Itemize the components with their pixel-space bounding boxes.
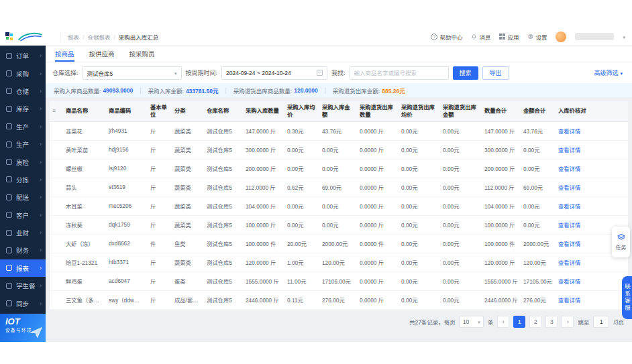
export-button[interactable]: 导出	[482, 66, 509, 80]
sidebar-item-采购[interactable]: 采购	[0, 64, 46, 82]
chevron-right-icon	[40, 194, 42, 200]
help-center-link[interactable]: ? 帮助中心	[431, 33, 462, 41]
page-size-unit: 条	[488, 318, 494, 326]
view-details-link[interactable]: 查看详情	[558, 128, 580, 135]
chevron-right-icon	[40, 88, 42, 95]
table-row: 黄叶菜苗hdj9156斤蔬菜类测试仓库5300.0000 斤0.00元0.00元…	[50, 140, 628, 159]
cell: 0.00元	[399, 140, 440, 159]
customer-service-tab[interactable]: 联系客服	[622, 276, 632, 319]
sidebar-item-订单[interactable]: 订单	[0, 47, 46, 64]
jump-page-input[interactable]	[593, 316, 609, 328]
view-details-link[interactable]: 查看详情	[558, 147, 580, 154]
sidebar-item-配送[interactable]: 配送	[0, 188, 46, 206]
search-field-box	[350, 66, 449, 80]
cell: mec5206	[106, 196, 148, 215]
data-table: 商品名称商品编码基本单位分类仓库名称采购入库数量采购入库均价采购入库金额采购退货…	[50, 101, 628, 310]
page-button-3[interactable]: 3	[545, 316, 558, 328]
sort-icon[interactable]	[52, 107, 56, 114]
prev-page-button[interactable]	[497, 316, 509, 328]
cell: dqk1759	[106, 215, 148, 234]
menu-icon	[6, 88, 12, 94]
settings-link[interactable]: ⚙ 设置	[528, 33, 547, 41]
summary-label: 采购退货出库金额:	[333, 86, 380, 95]
table-row: 木耳菜mec5206斤蔬菜类测试仓库5104.0000 斤0.00元0.00元0…	[50, 196, 628, 215]
cell: 120.0000 斤	[482, 253, 521, 271]
sidebar-item-报表[interactable]: 报表	[0, 259, 46, 277]
tab-按商品[interactable]: 按商品	[55, 46, 74, 62]
cell: 冻秋葵	[63, 215, 106, 234]
view-details-link[interactable]: 查看详情	[558, 166, 580, 172]
cell: 测试仓库5	[204, 140, 243, 159]
row-icon-cell	[50, 215, 63, 234]
cell: 件	[148, 234, 172, 253]
sidebar-item-库存[interactable]: 库存	[0, 100, 46, 117]
page-size-select[interactable]: 10	[460, 316, 484, 328]
row-icon-cell	[50, 140, 63, 159]
sidebar-item-同步[interactable]: 同步	[0, 294, 46, 312]
avatar[interactable]	[556, 32, 566, 42]
sidebar-item-仓储[interactable]: 仓储	[0, 82, 46, 100]
view-details-link[interactable]: 查看详情	[558, 259, 580, 266]
view-details-link[interactable]: 查看详情	[558, 278, 580, 285]
gear-icon: ⚙	[528, 34, 534, 40]
sidebar-item-财务[interactable]: 财务	[0, 241, 46, 259]
sidebar-item-分拣[interactable]: 分拣	[0, 171, 46, 188]
sidebar-item-业财[interactable]: 业财	[0, 224, 46, 241]
date-range-input[interactable]: 2024-09-24 ~ 2024-10-24	[221, 66, 327, 80]
cell: 0.00元	[440, 121, 482, 140]
table-row: 蒜头st3619斤蔬菜类测试仓库5112.0000 斤0.62元69.00元0.…	[50, 178, 628, 196]
view-details-link[interactable]: 查看详情	[558, 222, 580, 229]
messages-link[interactable]: 消息	[471, 33, 490, 41]
sidebar-item-label: 同步	[16, 299, 40, 308]
sidebar-item-生产[interactable]: 生产	[0, 118, 46, 135]
cell: 0.30元	[284, 121, 319, 140]
view-details-link[interactable]: 查看详情	[558, 297, 580, 304]
cell: 120.0000 斤	[243, 253, 284, 271]
task-widget[interactable]: 任务	[612, 227, 630, 257]
column-header: 商品编码	[106, 101, 148, 121]
cell: 测试仓库5	[204, 196, 243, 215]
chevron-down-icon[interactable]	[623, 34, 625, 40]
warehouse-select[interactable]: 测试仓库5	[83, 66, 182, 80]
view-details-link[interactable]: 查看详情	[558, 241, 580, 247]
page-button-2[interactable]: 2	[529, 316, 541, 328]
cell: 0.00元	[440, 290, 482, 309]
tab-按采购员[interactable]: 按采购员	[129, 46, 155, 62]
cell: 0.00元	[399, 215, 440, 234]
cell: 120.00元	[521, 253, 556, 271]
cell: 69.00元	[319, 178, 357, 196]
column-header: 金额合计	[521, 101, 556, 121]
cell: 0.00元	[319, 140, 357, 159]
search-input[interactable]	[354, 70, 444, 76]
breadcrumb-reports[interactable]: 报表	[68, 33, 87, 41]
cell: 0.00元	[440, 196, 482, 215]
chevron-down-icon	[478, 318, 480, 325]
cell: 0.62元	[284, 178, 319, 196]
table-row: 焙豆1-21321htb3371斤蔬菜类测试仓库5120.0000 斤1.00元…	[50, 253, 628, 271]
search-button[interactable]: 搜索	[453, 66, 478, 80]
warehouse-value: 测试仓库5	[87, 69, 113, 77]
next-page-button[interactable]	[562, 316, 574, 328]
summary-label: 采购入库金额:	[148, 86, 184, 95]
menu-icon	[6, 53, 12, 59]
date-range-value: 2024-09-24 ~ 2024-10-24	[226, 70, 291, 76]
cell: acd6047	[106, 271, 148, 290]
sidebar-item-生产[interactable]: 生产	[0, 135, 46, 153]
sidebar-item-客户[interactable]: 客户	[0, 206, 46, 224]
table-body: 韭菜花jrh4931斤蔬菜类测试仓库5147.0000 斤0.30元43.76元…	[50, 121, 628, 309]
view-details-link[interactable]: 查看详情	[558, 203, 580, 210]
breadcrumb-warehouse-reports[interactable]: 仓储报表	[87, 33, 118, 41]
advanced-filter-link[interactable]: 高级筛选	[594, 68, 625, 77]
cell: 0.00元	[440, 178, 482, 196]
view-details-link[interactable]: 查看详情	[558, 184, 580, 191]
page-button-1[interactable]: 1	[513, 316, 525, 328]
sidebar-item-质检[interactable]: 质检	[0, 153, 46, 170]
cell: 0.00元	[440, 140, 482, 159]
cell: 147.0000 斤	[243, 121, 284, 140]
tab-按供应商[interactable]: 按供应商	[89, 46, 115, 62]
app-logo[interactable]	[0, 28, 59, 45]
apps-link[interactable]: 应用	[499, 33, 519, 41]
cell: 11.00元	[284, 271, 319, 290]
sidebar-item-学生餐[interactable]: 学生餐	[0, 277, 46, 294]
menu-icon	[6, 283, 12, 289]
